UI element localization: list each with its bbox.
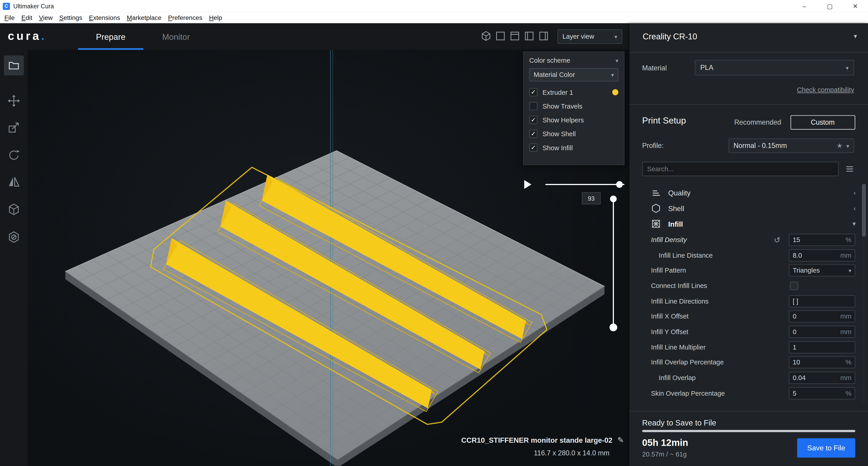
search-input[interactable]: [642, 162, 839, 176]
custom-mode-button[interactable]: Custom: [790, 115, 855, 129]
setting-value-field[interactable]: [ ]: [789, 295, 855, 307]
setting-unit: mm: [840, 374, 851, 382]
chevron-collapsed-icon[interactable]: ‹: [854, 189, 856, 197]
profile-label: Profile:: [642, 142, 664, 149]
setting-row: Infill Line Multiplier1: [629, 340, 868, 355]
titlebar: C Ultimaker Cura – ▢ ✕: [0, 0, 868, 12]
layer-slider-bottom-handle[interactable]: [610, 323, 617, 331]
menu-item-file[interactable]: File: [1, 14, 18, 21]
setting-value-field[interactable]: 0mm: [789, 310, 855, 323]
print-setup-mode-toggle: Recommended Custom: [725, 115, 855, 129]
scrollbar-thumb[interactable]: [862, 184, 866, 237]
settings-menu-icon[interactable]: [845, 165, 854, 173]
profile-dropdown[interactable]: Normal - 0.15mm ★ ▾: [728, 139, 854, 153]
menu-item-edit[interactable]: Edit: [18, 14, 36, 21]
setting-value: 1: [793, 343, 796, 351]
layer-slider-track[interactable]: [613, 198, 614, 327]
recommended-mode-button[interactable]: Recommended: [725, 115, 790, 129]
setting-value: 0: [793, 313, 796, 320]
color-scheme-dropdown[interactable]: Material Color ▾: [529, 68, 618, 82]
view-front-icon[interactable]: [495, 31, 506, 41]
setting-unit: %: [845, 389, 851, 397]
infill-icon: [651, 219, 661, 229]
setting-value-field[interactable]: 1: [789, 341, 855, 353]
checkbox-checked[interactable]: ✓: [529, 88, 537, 96]
play-button[interactable]: [524, 180, 531, 189]
setting-row: Infill Y Offset0mm: [629, 324, 868, 340]
setting-dropdown[interactable]: Triangles▾: [789, 264, 855, 276]
setting-checkbox[interactable]: [790, 282, 798, 290]
rotate-tool-icon[interactable]: [7, 148, 21, 162]
setting-value-field[interactable]: 15%: [789, 234, 855, 246]
star-icon[interactable]: ★: [837, 142, 842, 149]
setting-row: Connect Infill Lines: [629, 278, 868, 294]
layer-slider-top-handle[interactable]: [610, 196, 617, 202]
quality-icon: [651, 188, 661, 198]
material-label: Material: [642, 64, 667, 72]
setting-value-field[interactable]: 10%: [789, 356, 855, 369]
application-window: C Ultimaker Cura – ▢ ✕ FileEditViewSetti…: [0, 0, 868, 466]
color-scheme-panel: Color scheme ▾ Material Color ▾ ✓Extrude…: [523, 52, 624, 165]
open-file-button[interactable]: [4, 55, 24, 75]
checkbox-checked[interactable]: ✓: [529, 116, 537, 124]
chevron-expanded-icon[interactable]: ▾: [852, 220, 856, 228]
view-mode-dropdown[interactable]: Layer view ▾: [557, 29, 622, 44]
category-quality[interactable]: Quality ‹: [629, 185, 868, 201]
rename-pencil-icon[interactable]: ✎: [617, 435, 624, 444]
setting-unit: mm: [840, 251, 851, 259]
checkbox-checked[interactable]: ✓: [529, 129, 537, 138]
chevron-down-icon: ▾: [854, 33, 857, 40]
reset-icon[interactable]: ↺: [774, 235, 780, 244]
tab-prepare[interactable]: Prepare: [78, 23, 143, 50]
chevron-down-icon: ▾: [846, 64, 848, 70]
menu-item-marketplace[interactable]: Marketplace: [123, 14, 165, 21]
setting-value-field[interactable]: 8.0mm: [789, 249, 855, 261]
top-header: cura. Prepare Monitor Layer view ▾: [0, 23, 629, 50]
setting-value-field[interactable]: 0mm: [789, 326, 855, 338]
menu-item-extensions[interactable]: Extensions: [86, 14, 123, 21]
color-scheme-option: ✓Show Helpers: [524, 113, 624, 127]
setting-label: Infill Line Multiplier: [651, 343, 706, 351]
category-shell[interactable]: Shell ‹: [629, 201, 868, 216]
setting-value: 10: [793, 358, 800, 366]
material-value: PLA: [700, 64, 713, 71]
minimize-button[interactable]: –: [792, 0, 817, 12]
checkbox-unchecked[interactable]: [529, 102, 537, 110]
path-slider-handle[interactable]: [616, 181, 623, 188]
tool-sidebar: [0, 50, 28, 466]
close-button[interactable]: ✕: [842, 0, 868, 12]
checkbox-label: Show Shell: [542, 130, 576, 138]
category-infill[interactable]: Infill ▾: [629, 216, 868, 232]
setting-value-field[interactable]: 5%: [789, 387, 855, 399]
menu-item-settings[interactable]: Settings: [56, 14, 86, 21]
support-blocker-tool-icon[interactable]: [7, 231, 21, 244]
maximize-button[interactable]: ▢: [817, 0, 843, 12]
check-compatibility-link[interactable]: Check compatibility: [797, 86, 854, 94]
path-slider-track[interactable]: [545, 184, 624, 185]
scale-tool-icon[interactable]: [7, 121, 21, 134]
per-model-settings-tool-icon[interactable]: [7, 203, 21, 216]
checkbox-checked[interactable]: ✓: [529, 143, 537, 152]
menu-item-preferences[interactable]: Preferences: [165, 14, 206, 21]
printer-name[interactable]: Creality CR-10: [643, 32, 697, 41]
setting-row: Skin Overlap Percentage5%: [629, 385, 868, 401]
setting-row: Infill X Offset0mm: [629, 309, 868, 324]
cura-logo: cura.: [8, 29, 46, 43]
setting-label: Infill Line Directions: [651, 297, 709, 305]
setting-label: Infill X Offset: [651, 313, 688, 320]
tab-monitor[interactable]: Monitor: [143, 23, 209, 50]
chevron-collapsed-icon[interactable]: ‹: [854, 204, 856, 212]
setting-value-field[interactable]: 0.04mm: [789, 372, 855, 384]
menu-item-help[interactable]: Help: [206, 14, 225, 21]
mirror-tool-icon[interactable]: [7, 175, 21, 188]
move-tool-icon[interactable]: [7, 94, 21, 108]
color-scheme-option: ✓Extruder 1: [524, 85, 624, 99]
material-dropdown[interactable]: PLA ▾: [694, 60, 854, 75]
save-to-file-button[interactable]: Save to File: [797, 438, 855, 458]
color-scheme-header[interactable]: Color scheme ▾: [524, 53, 624, 68]
menu-item-view[interactable]: View: [36, 14, 56, 21]
view-3d-icon[interactable]: [480, 31, 492, 41]
view-left-icon[interactable]: [524, 31, 535, 41]
view-top-icon[interactable]: [509, 31, 520, 41]
view-right-icon[interactable]: [538, 31, 549, 41]
